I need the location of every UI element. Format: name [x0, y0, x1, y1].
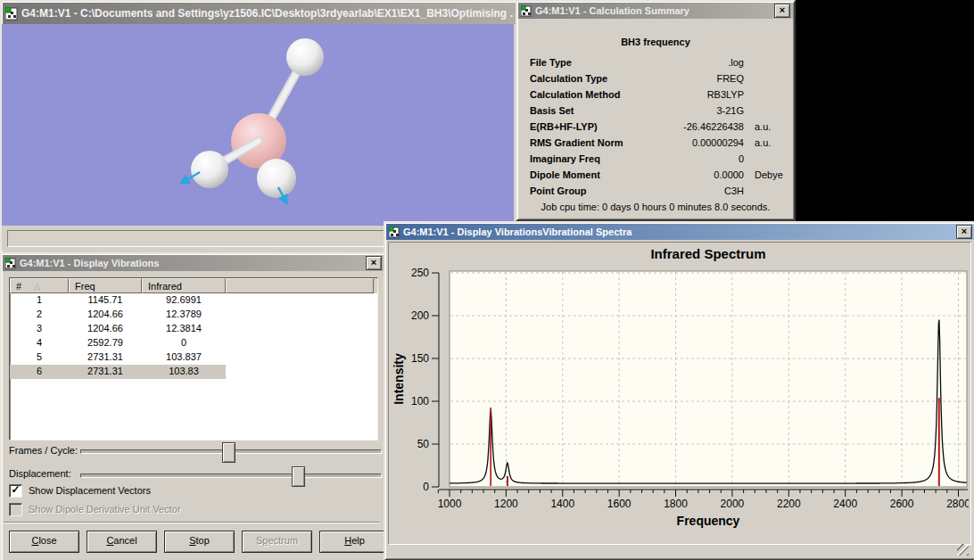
hydrogen-atom-3[interactable] [257, 159, 296, 198]
summary-row: RMS Gradient Norm0.00000294a.u. [530, 135, 783, 151]
gaussview-window-icon [389, 226, 400, 238]
vibration-mode-row[interactable]: 11145.7192.6991 [10, 293, 226, 308]
svg-text:2000: 2000 [721, 498, 745, 510]
hydrogen-atom-1[interactable] [286, 38, 324, 76]
calculation-summary-window: G4:M1:V1 - Calculation Summary × BH3 fre… [516, 0, 796, 221]
summary-row-label: Basis Set [530, 105, 662, 116]
summary-row-unit: Debye [744, 169, 783, 180]
frames-cycle-slider[interactable] [80, 449, 382, 454]
summary-row-value: FREQ [662, 73, 744, 84]
mode-number: 5 [10, 350, 69, 365]
vibrations-table: #△FreqInfrared 11145.7192.699121204.6612… [9, 277, 378, 441]
svg-text:Infrared Spectrum: Infrared Spectrum [650, 246, 765, 261]
infrared-spectrum-plot: Infrared Spectrum050100150200250Intensit… [389, 243, 969, 542]
vibration-mode-row[interactable]: 21204.6612.3789 [10, 308, 226, 322]
summary-heading: BH3 frequency [517, 37, 794, 47]
summary-row-label: Imaginary Freq [530, 153, 662, 164]
show-displacement-vectors-checkbox[interactable]: ✓ [9, 484, 22, 498]
show-dipole-derivative-checkbox [9, 503, 22, 516]
summary-row: Calculation TypeFREQ [530, 70, 783, 86]
mode-number: 2 [10, 308, 69, 322]
show-displacement-vectors-label: Show Displacement Vectors [29, 485, 151, 496]
summary-row-value: RB3LYP [662, 89, 744, 100]
summary-row-unit: a.u. [744, 137, 783, 148]
vibration-mode-row[interactable]: 52731.31103.837 [10, 350, 226, 365]
job-cpu-time: Job cpu time: 0 days 0 hours 0 minutes 8… [517, 202, 794, 212]
gaussview-window-icon [521, 5, 532, 17]
summary-row: Basis Set3-21G [530, 103, 783, 119]
summary-row-unit: a.u. [744, 121, 783, 132]
column-header-empty[interactable] [226, 278, 374, 293]
mode-ir-intensity: 12.3814 [142, 322, 226, 336]
desktop: { "main_window": { "title": "G4:M1:V1 - … [0, 0, 974, 560]
spectra-statusbar [388, 545, 970, 556]
main-window-titlebar[interactable]: G4:M1:V1 - C:\Documents and Settings\yz1… [3, 3, 516, 24]
svg-text:1600: 1600 [607, 498, 631, 510]
resize-grip-icon[interactable] [957, 544, 969, 556]
summary-row-label: File Type [530, 57, 662, 68]
summary-titlebar[interactable]: G4:M1:V1 - Calculation Summary × [518, 3, 793, 19]
vibrational-spectra-window: G4:M1:V1 - Display VibrationsVibrational… [384, 221, 974, 560]
vibration-mode-row[interactable]: 31204.6612.3814 [10, 322, 226, 336]
summary-row: File Type.log [530, 54, 783, 70]
summary-row-label: Dipole Moment [530, 169, 662, 180]
vibrations-table-header: #△FreqInfrared [10, 278, 377, 293]
molecule-viewport[interactable] [2, 24, 514, 226]
mode-ir-intensity: 0 [142, 336, 226, 350]
summary-row-value: 0.0000 [662, 169, 744, 180]
hydrogen-atom-2[interactable] [191, 151, 228, 188]
svg-text:Intensity: Intensity [392, 353, 406, 405]
window-title: G4:M1:V1 - Display Vibrations [20, 258, 363, 268]
column-header-Freq[interactable]: Freq [69, 278, 142, 293]
svg-text:1000: 1000 [438, 498, 462, 510]
close-icon[interactable]: × [774, 4, 790, 18]
svg-text:Frequency: Frequency [677, 514, 740, 528]
displacement-label: Displacement: [9, 468, 71, 479]
help-button[interactable]: Help [319, 531, 390, 553]
summary-row: Imaginary Freq0 [530, 151, 783, 167]
summary-row-value: C3H [662, 185, 744, 196]
mode-frequency: 1204.66 [69, 322, 142, 336]
summary-row-value: 0 [662, 153, 744, 164]
cancel-button[interactable]: Cancel [87, 531, 157, 553]
summary-row-label: Calculation Method [530, 89, 662, 100]
mode-frequency: 1145.71 [69, 293, 142, 308]
summary-row-value: .log [662, 57, 744, 68]
svg-text:2600: 2600 [890, 498, 914, 510]
window-title: G4:M1:V1 - C:\Documents and Settings\yz1… [21, 7, 514, 20]
summary-row-value: 3-21G [662, 105, 744, 116]
mode-frequency: 2731.31 [69, 350, 142, 365]
svg-text:2800: 2800 [946, 498, 969, 510]
svg-text:2400: 2400 [833, 498, 857, 510]
spectra-titlebar[interactable]: G4:M1:V1 - Display VibrationsVibrational… [386, 224, 974, 240]
svg-text:0: 0 [423, 481, 429, 493]
mode-frequency: 2592.79 [69, 336, 142, 350]
gaussview-window-icon [5, 258, 17, 269]
frames-cycle-slider-handle[interactable] [222, 442, 235, 463]
summary-row-value: 0.00000294 [662, 137, 744, 148]
close-button[interactable]: Close [9, 531, 79, 553]
main-molecule-window: G4:M1:V1 - C:\Documents and Settings\yz1… [0, 0, 519, 256]
vibrations-button-row: CloseCancelStopSpectrumHelp [9, 531, 390, 553]
summary-row-label: Point Group [530, 185, 662, 196]
mode-frequency: 2731.31 [69, 365, 142, 379]
svg-text:50: 50 [417, 438, 430, 450]
svg-text:150: 150 [411, 352, 429, 365]
vibration-mode-row[interactable]: 42592.790 [10, 336, 226, 350]
mode-ir-intensity: 12.3789 [142, 308, 226, 322]
displacement-slider-handle[interactable] [292, 466, 305, 487]
column-header-label: Freq [75, 281, 95, 292]
column-header-#[interactable]: #△ [10, 278, 69, 293]
svg-text:1200: 1200 [494, 498, 518, 510]
summary-row-label: Calculation Type [530, 73, 662, 84]
stop-button[interactable]: Stop [164, 531, 235, 553]
column-header-Infrared[interactable]: Infrared [142, 278, 226, 293]
mode-ir-intensity: 92.6991 [142, 293, 226, 308]
window-title: G4:M1:V1 - Display VibrationsVibrational… [403, 226, 953, 237]
sort-ascending-icon: △ [34, 282, 40, 291]
displacement-slider[interactable] [80, 474, 382, 478]
close-icon[interactable]: × [366, 256, 382, 270]
vibrations-titlebar[interactable]: G4:M1:V1 - Display Vibrations × [3, 255, 384, 271]
close-icon[interactable]: × [956, 225, 972, 239]
vibration-mode-row[interactable]: 62731.31103.83 [10, 365, 226, 379]
